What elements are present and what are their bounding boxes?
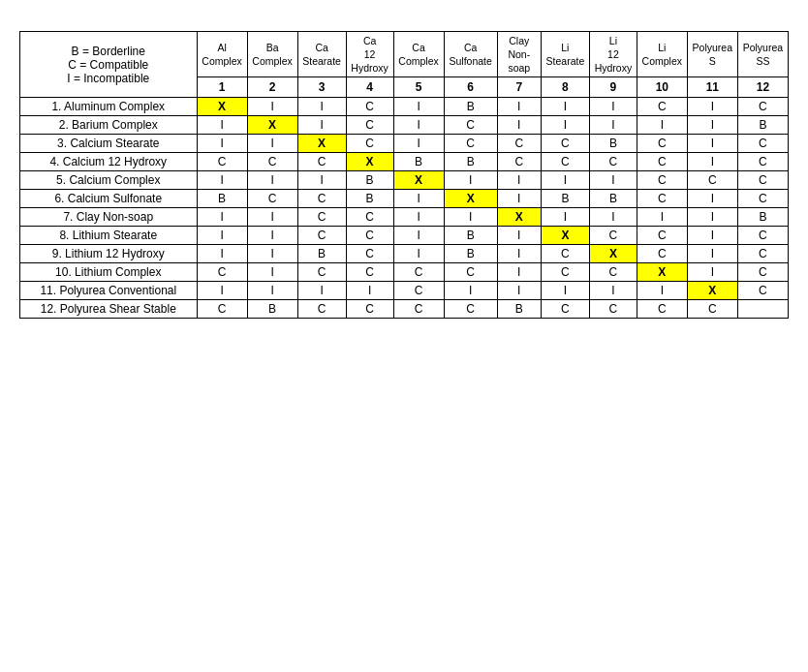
cell-5-9: I xyxy=(589,171,637,190)
cell-2-3: I xyxy=(297,116,346,135)
cell-10-8: C xyxy=(541,263,589,282)
cell-5-3: I xyxy=(297,171,346,190)
cell-9-2: I xyxy=(247,245,297,263)
cell-1-6: B xyxy=(444,98,497,116)
cell-12-7: B xyxy=(497,300,541,319)
cell-2-11: I xyxy=(687,116,737,135)
cell-2-4: C xyxy=(346,116,393,135)
cell-1-8: I xyxy=(541,98,589,116)
cell-12-9: C xyxy=(589,300,637,319)
cell-1-9: I xyxy=(589,98,637,116)
table-row: 6. Calcium SulfonateBCCBIXIBBCIC xyxy=(20,190,789,208)
row-label-3: 3. Calcium Stearate xyxy=(20,135,198,153)
cell-9-8: C xyxy=(541,245,589,263)
cell-11-6: I xyxy=(444,282,497,300)
cell-8-9: C xyxy=(589,227,637,245)
cell-7-3: C xyxy=(297,208,346,227)
cell-12-12 xyxy=(737,300,788,319)
cell-3-12: C xyxy=(737,135,788,153)
cell-1-10: C xyxy=(637,98,687,116)
cell-6-6: X xyxy=(444,190,497,208)
table-row: 12. Polyurea Shear StableCBCCCCBCCCC xyxy=(20,300,789,319)
cell-6-7: I xyxy=(497,190,541,208)
cell-9-12: C xyxy=(737,245,788,263)
cell-5-4: B xyxy=(346,171,393,190)
col-num-7: 7 xyxy=(497,77,541,98)
row-label-7: 7. Clay Non-soap xyxy=(20,208,198,227)
cell-7-10: I xyxy=(637,208,687,227)
cell-11-7: I xyxy=(497,282,541,300)
cell-12-8: C xyxy=(541,300,589,319)
cell-3-9: B xyxy=(589,135,637,153)
cell-8-3: C xyxy=(297,227,346,245)
cell-3-6: C xyxy=(444,135,497,153)
row-label-10: 10. Lithium Complex xyxy=(20,263,198,282)
cell-11-4: I xyxy=(346,282,393,300)
cell-8-5: I xyxy=(393,227,444,245)
col-header-6: CaSulfonate xyxy=(444,32,497,77)
cell-7-6: I xyxy=(444,208,497,227)
row-label-4: 4. Calcium 12 Hydroxy xyxy=(20,153,198,171)
col-header-3: CaStearate xyxy=(297,32,346,77)
table-row: 1. Aluminum ComplexXIICIBIIICIC xyxy=(20,98,789,116)
col-header-4: Ca12Hydroxy xyxy=(346,32,393,77)
cell-1-1: X xyxy=(197,98,247,116)
cell-12-4: C xyxy=(346,300,393,319)
cell-4-9: C xyxy=(589,153,637,171)
table-row: 4. Calcium 12 HydroxyCCCXBBCCCCIC xyxy=(20,153,789,171)
legend-line: C = Compatible xyxy=(23,58,194,72)
col-header-1: AlComplex xyxy=(197,32,247,77)
legend-line: B = Borderline xyxy=(23,45,194,58)
cell-9-3: B xyxy=(297,245,346,263)
cell-11-11: X xyxy=(687,282,737,300)
cell-7-7: X xyxy=(497,208,541,227)
cell-3-7: C xyxy=(497,135,541,153)
cell-10-5: C xyxy=(393,263,444,282)
cell-7-1: I xyxy=(197,208,247,227)
cell-12-1: C xyxy=(197,300,247,319)
cell-2-5: I xyxy=(393,116,444,135)
cell-8-6: B xyxy=(444,227,497,245)
cell-10-9: C xyxy=(589,263,637,282)
cell-4-8: C xyxy=(541,153,589,171)
cell-6-9: B xyxy=(589,190,637,208)
cell-3-2: I xyxy=(247,135,297,153)
cell-3-11: I xyxy=(687,135,737,153)
cell-7-8: I xyxy=(541,208,589,227)
col-header-10: LiComplex xyxy=(637,32,687,77)
col-num-3: 3 xyxy=(297,77,346,98)
table-row: 7. Clay Non-soapIICCIIXIIIIB xyxy=(20,208,789,227)
cell-12-6: C xyxy=(444,300,497,319)
row-label-9: 9. Lithium 12 Hydroxy xyxy=(20,245,198,263)
legend-cell: B = BorderlineC = CompatibleI = Incompat… xyxy=(20,32,198,98)
cell-4-11: I xyxy=(687,153,737,171)
cell-10-10: X xyxy=(637,263,687,282)
cell-2-12: B xyxy=(737,116,788,135)
cell-6-3: C xyxy=(297,190,346,208)
col-header-7: ClayNon-soap xyxy=(497,32,541,77)
cell-2-7: I xyxy=(497,116,541,135)
cell-11-12: C xyxy=(737,282,788,300)
col-num-8: 8 xyxy=(541,77,589,98)
col-num-11: 11 xyxy=(687,77,737,98)
cell-10-1: C xyxy=(197,263,247,282)
cell-11-10: I xyxy=(637,282,687,300)
cell-8-2: I xyxy=(247,227,297,245)
cell-7-5: I xyxy=(393,208,444,227)
cell-8-7: I xyxy=(497,227,541,245)
col-num-1: 1 xyxy=(197,77,247,98)
cell-3-1: I xyxy=(197,135,247,153)
row-label-11: 11. Polyurea Conventional xyxy=(20,282,198,300)
cell-11-5: C xyxy=(393,282,444,300)
cell-4-12: C xyxy=(737,153,788,171)
cell-10-3: C xyxy=(297,263,346,282)
cell-8-12: C xyxy=(737,227,788,245)
cell-10-11: I xyxy=(687,263,737,282)
cell-8-11: I xyxy=(687,227,737,245)
cell-4-7: C xyxy=(497,153,541,171)
cell-3-3: X xyxy=(297,135,346,153)
cell-4-5: B xyxy=(393,153,444,171)
col-num-10: 10 xyxy=(637,77,687,98)
table-row: 2. Barium ComplexIXICICIIIIIB xyxy=(20,116,789,135)
col-num-6: 6 xyxy=(444,77,497,98)
